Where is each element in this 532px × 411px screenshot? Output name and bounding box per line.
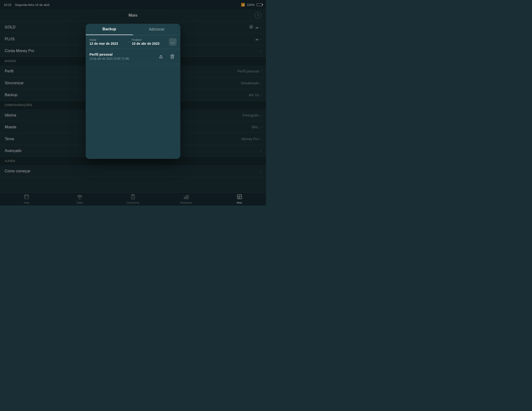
end-date-label: Finalizar bbox=[132, 38, 167, 41]
tab-adicionar[interactable]: Adicionar bbox=[133, 24, 180, 35]
end-date-value: 10 de abr de 2023 bbox=[132, 42, 167, 46]
backup-item-name: Perfil pessoal bbox=[89, 52, 157, 56]
end-date-cell: Finalizar 10 de abr de 2023 bbox=[132, 38, 167, 46]
modal-tab-bar: Backup Adicionar bbox=[86, 24, 180, 35]
share-icon bbox=[158, 54, 163, 59]
backup-item-info: Perfil pessoal 10 de abr de 2023 15:00 7… bbox=[89, 52, 157, 60]
more-options-button[interactable]: ... bbox=[169, 38, 177, 46]
modal-empty-area bbox=[86, 64, 180, 159]
date-arrow-icon: → bbox=[127, 40, 130, 44]
start-date-label: Iniciar bbox=[89, 38, 125, 41]
delete-button[interactable] bbox=[168, 52, 177, 61]
date-range-row: Iniciar 12 de mar de 2023 → Finalizar 10… bbox=[86, 35, 180, 49]
share-button[interactable] bbox=[157, 52, 165, 61]
backup-item-actions bbox=[157, 52, 177, 61]
start-date-value: 12 de mar de 2023 bbox=[89, 42, 125, 46]
backup-modal: Backup Adicionar Iniciar 12 de mar de 20… bbox=[86, 24, 180, 159]
tab-backup[interactable]: Backup bbox=[86, 24, 133, 35]
backup-item-date: 10 de abr de 2023 15:00 72 Mb bbox=[89, 57, 157, 60]
start-date-cell: Iniciar 12 de mar de 2023 bbox=[89, 38, 125, 46]
backup-list-item: Perfil pessoal 10 de abr de 2023 15:00 7… bbox=[86, 49, 180, 64]
trash-icon bbox=[170, 54, 175, 59]
